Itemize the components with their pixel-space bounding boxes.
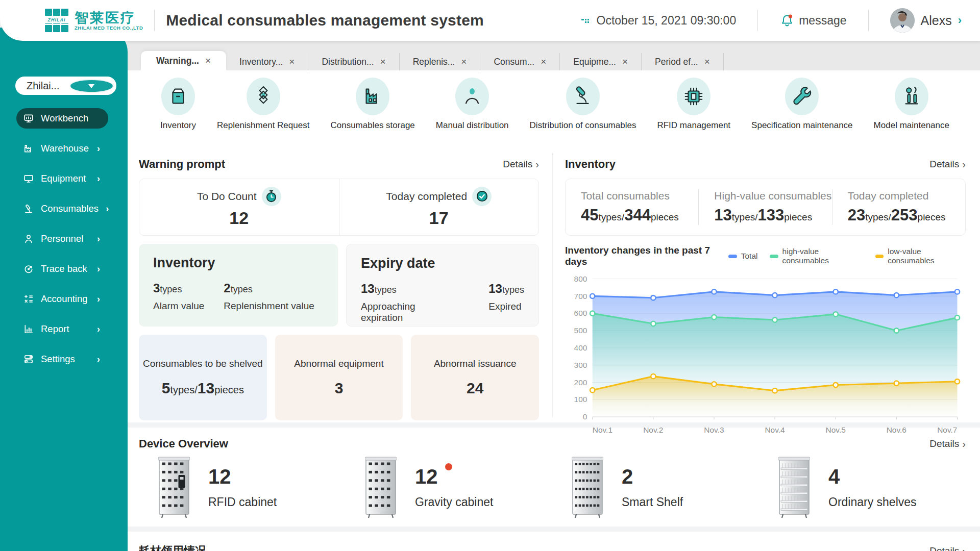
stat-high-value-consumables: High-value consumables 13types/133pieces: [698, 189, 831, 225]
tab-consumption[interactable]: Consum... ×: [480, 53, 560, 70]
sidebar-item-warehouse[interactable]: Warehouse ›: [16, 138, 107, 159]
to-be-shelved-card: Consumables to be shelved 5types/13piece…: [139, 335, 267, 420]
sidebar-item-equipment[interactable]: Equipment ›: [16, 168, 107, 189]
org-dropdown-button[interactable]: [69, 79, 114, 93]
sidebar-item-accounting[interactable]: Accounting ›: [16, 289, 107, 309]
chevron-right-icon: ›: [535, 159, 539, 170]
chevron-right-icon: ›: [97, 143, 100, 154]
smart-shelf-image: [572, 456, 603, 518]
shortcut-rfid-management[interactable]: RFID management: [657, 78, 730, 148]
tab-period-effective[interactable]: Period ef... ×: [642, 53, 724, 70]
accounting-icon: [23, 294, 34, 304]
dashboard-page: Inventory Replenishment Request: [128, 70, 980, 551]
warning-section-title: Warning prompt: [139, 158, 225, 171]
tab-close-icon[interactable]: ×: [704, 56, 710, 67]
svg-text:100: 100: [574, 395, 587, 404]
device-gravity-cabinet: 12 Gravity cabinet: [346, 456, 552, 518]
tab-label: Warning...: [156, 56, 199, 66]
shortcut-distribution-of-consumables[interactable]: Distribution of consumables: [530, 78, 636, 148]
sidebar-item-label: Personnel: [41, 233, 83, 244]
svg-text:0: 0: [583, 412, 587, 421]
tab-inventory[interactable]: Inventory... ×: [226, 53, 308, 70]
chevron-right-icon: ›: [962, 159, 966, 170]
shortcut-label: Consumables storage: [330, 120, 414, 131]
chart-title: Inventory changes in the past 7 days: [565, 245, 728, 267]
todo-count-block: To Do Count 12: [139, 179, 339, 235]
shortcut-manual-distribution[interactable]: Manual distribution: [436, 78, 509, 148]
tab-label: Inventory...: [239, 57, 283, 67]
shortcut-label: Replenishment Request: [217, 120, 309, 131]
sidebar-item-label: Consumables: [41, 203, 99, 214]
svg-text:200: 200: [574, 378, 587, 387]
inventory-details-link[interactable]: Details ›: [929, 159, 966, 170]
org-selector[interactable]: Zhilai...: [15, 77, 116, 95]
chevron-right-icon: ›: [962, 438, 966, 450]
sidebar-item-settings[interactable]: Settings ›: [16, 349, 107, 369]
tab-close-icon[interactable]: ×: [541, 56, 546, 67]
user-name: Alexs: [921, 13, 952, 28]
shortcut-specification-maintenance[interactable]: Specification maintenance: [751, 78, 852, 148]
bell-icon: [779, 13, 795, 28]
chevron-right-icon: ›: [97, 234, 100, 244]
tab-close-icon[interactable]: ×: [461, 56, 467, 67]
dropdown-arrow-icon: [88, 84, 94, 91]
tab-bar: Warning... × Inventory... × Distribution…: [128, 41, 980, 70]
chevron-right-icon: ›: [97, 294, 100, 305]
chevron-right-icon: ›: [106, 204, 109, 214]
tab-equipment[interactable]: Equipme... ×: [560, 53, 642, 70]
instruments-icon: [900, 85, 923, 108]
sidebar-item-label: Warehouse: [41, 143, 89, 154]
tab-label: Period ef...: [655, 57, 698, 67]
shortcut-inventory[interactable]: Inventory: [160, 78, 196, 148]
shortcut-label: Distribution of consumables: [530, 120, 636, 131]
user-menu[interactable]: Alexs ›: [890, 8, 962, 33]
tab-replenishment[interactable]: Replenis... ×: [400, 53, 481, 70]
usage-details-link[interactable]: Details ›: [929, 545, 966, 551]
tab-distribution[interactable]: Distribution... ×: [308, 53, 399, 70]
shortcut-row: Inventory Replenishment Request: [128, 70, 980, 148]
expiry-date-card: Expiry date 13types Approaching expirati…: [346, 244, 539, 327]
alarm-value-item: 3types Alarm value: [153, 281, 204, 312]
tab-close-icon[interactable]: ×: [622, 56, 628, 67]
gravity-cabinet-image: [365, 456, 397, 518]
warning-details-link[interactable]: Details ›: [503, 159, 539, 170]
svg-text:Nov.3: Nov.3: [704, 425, 724, 434]
todo-summary-card: To Do Count 12 Today co: [139, 179, 539, 236]
sidebar-item-report[interactable]: Report ›: [16, 319, 107, 339]
device-label: Smart Shelf: [622, 495, 683, 509]
sidebar-item-consumables[interactable]: Consumables ›: [16, 198, 107, 219]
inventory-section-title: Inventory: [565, 158, 616, 171]
shortcut-label: Inventory: [160, 120, 196, 131]
details-label: Details: [929, 545, 959, 551]
sidebar-item-workbench[interactable]: Workbench: [16, 108, 108, 129]
shortcut-consumables-storage[interactable]: Consumables storage: [330, 78, 414, 148]
warehouse-icon: [23, 143, 34, 154]
brand-name-cn: 智莱医疗: [75, 11, 143, 25]
logo-wordmark: ZHILAI: [45, 17, 68, 23]
tab-warning[interactable]: Warning... ×: [141, 51, 226, 70]
stopwatch-icon: [262, 187, 281, 206]
sidebar-item-personnel[interactable]: Personnel ›: [16, 229, 107, 249]
chevron-right-icon: ›: [97, 324, 100, 335]
sidebar-item-trace-back[interactable]: Trace back ›: [16, 259, 107, 279]
svg-text:Nov.2: Nov.2: [643, 425, 663, 434]
shortcut-replenishment-request[interactable]: Replenishment Request: [217, 78, 309, 148]
svg-text:Nov.7: Nov.7: [937, 425, 957, 434]
device-rfid-cabinet: 12 RFID cabinet: [139, 456, 346, 518]
tab-close-icon[interactable]: ×: [380, 56, 386, 67]
chevron-right-icon: ›: [962, 545, 966, 551]
user-chevron-icon[interactable]: ›: [958, 14, 962, 27]
consumables-icon: [23, 204, 34, 214]
device-details-link[interactable]: Details ›: [929, 438, 966, 450]
sidebar-item-label: Accounting: [41, 293, 88, 305]
factory-icon: [361, 85, 384, 108]
message-button[interactable]: message: [779, 13, 846, 28]
sidebar: Zhilai... Workbench Warehouse ›: [0, 28, 128, 551]
details-label: Details: [503, 159, 532, 170]
legend-item-low-value: low-value consumables: [875, 247, 966, 265]
tab-close-icon[interactable]: ×: [205, 55, 211, 66]
chevron-right-icon: ›: [97, 264, 100, 274]
tab-close-icon[interactable]: ×: [289, 56, 295, 67]
shortcut-label: Model maintenance: [874, 120, 949, 131]
shortcut-model-maintenance[interactable]: Model maintenance: [874, 78, 949, 148]
